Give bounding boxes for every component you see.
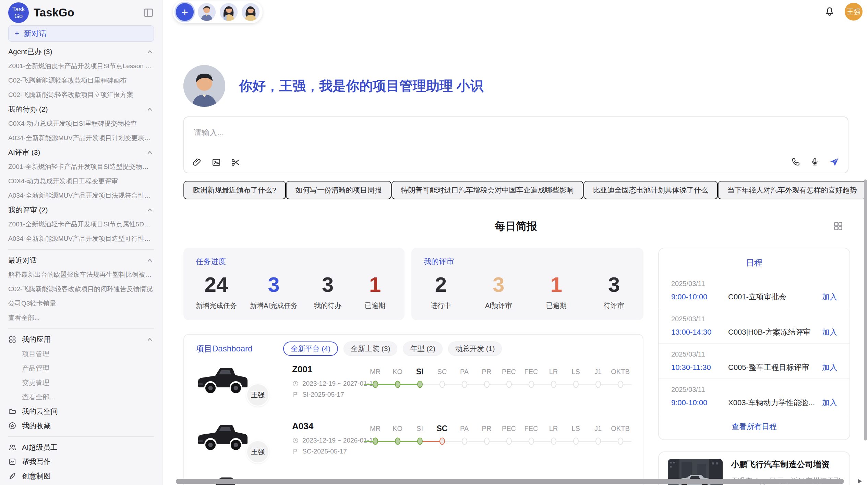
suggestion-chip[interactable]: 特朗普可能对进口汽车增税会对中国车企造成哪些影响: [391, 181, 583, 199]
insert-image-button[interactable]: [212, 158, 221, 167]
project-owner-badge: 王强: [246, 440, 269, 463]
recent-view-all[interactable]: 查看全部...: [8, 311, 154, 325]
project-row[interactable]: 王强 A034 2023-12-19 ~ 2026-01-19 SC-2025-…: [194, 419, 632, 476]
divider: [8, 249, 154, 250]
user-avatar[interactable]: 王强: [845, 3, 863, 21]
sidebar-section-ai-review[interactable]: AI评审 (3): [8, 145, 154, 160]
suggestion-chip[interactable]: 如何写一份清晰的项目周报: [286, 181, 391, 199]
vertical-scrollbar[interactable]: [864, 179, 867, 440]
sidebar-item[interactable]: Z001-全新燃油皮卡产品开发项目SI节点Lesson Learn报告: [8, 59, 154, 73]
sidebar-section-agent-done[interactable]: Agent已办 (3): [8, 45, 154, 59]
milestone-si: SI: [409, 423, 431, 448]
stat-value: 1: [369, 272, 381, 297]
new-chat-button[interactable]: + 新对话: [8, 25, 154, 42]
view-all-schedule-link[interactable]: 查看所有日程: [659, 422, 849, 432]
sidebar-item-label: 创意制图: [22, 471, 51, 481]
milestone-mr: MR: [364, 423, 386, 448]
app-item-product-mgmt[interactable]: 产品管理: [8, 361, 154, 375]
session-avatar-3[interactable]: [242, 3, 260, 21]
sidebar-item[interactable]: C0X4-动力总成开发项目SI里程碑提交物检查: [8, 116, 154, 131]
milestone-node-row: [475, 435, 498, 448]
schedule-event-title: C001-立项审批会: [728, 292, 822, 302]
composer-left-tools: [192, 158, 240, 167]
scissors-icon: [231, 158, 240, 167]
view-all-label: 查看全部...: [8, 313, 40, 322]
notifications-button[interactable]: [824, 6, 835, 17]
join-link[interactable]: 加入: [822, 398, 837, 408]
schedule-entry[interactable]: 2025/03/11 9:00-10:00 C001-立项审批会 加入: [659, 273, 849, 308]
sidebar-item[interactable]: C0X4-动力总成开发项目工程变更评审: [8, 174, 154, 188]
chevron-up-icon[interactable]: [146, 148, 154, 157]
sidebar-item[interactable]: Z001-全新燃油轻卡产品开发项目SI节点属性5D文件评审: [8, 217, 154, 232]
schedule-entry[interactable]: 2025/03/11 9:00-10:00 X003-车辆动力学性能验... 加…: [659, 379, 849, 414]
suggestion-chip[interactable]: 欧洲新规最近颁布了什么?: [183, 181, 286, 199]
schedule-entry[interactable]: 2025/03/11 13:00-14:30 C003|H0B-方案冻结评审 加…: [659, 308, 849, 344]
tab-all-new-platform[interactable]: 全新平台 (4): [283, 341, 338, 356]
avatar-illustration: [220, 3, 238, 21]
sidebar-section-recent-chats[interactable]: 最近对话: [8, 253, 154, 268]
sidebar-item-favorites[interactable]: 我的收藏: [8, 419, 154, 433]
tab-model-year[interactable]: 年型 (2): [403, 341, 443, 356]
chevron-up-icon[interactable]: [146, 206, 154, 214]
feather-icon: [8, 472, 16, 480]
recent-chat-item[interactable]: 解释最新出台的欧盟报废车法规再生塑料比例被调至15%...: [8, 268, 154, 282]
chat-input-card[interactable]: 请输入...: [183, 116, 848, 173]
scroll-right-arrow[interactable]: [858, 479, 862, 484]
news-title: 小鹏飞行汽车制造公司增资: [731, 459, 841, 470]
sidebar-item[interactable]: A034-全新新能源MUV产品开发项目计划变更表编写: [8, 131, 154, 145]
sidebar-item[interactable]: C02-飞腾新能源轻客改款项目立项汇报方案: [8, 88, 154, 102]
voice-call-button[interactable]: [791, 157, 800, 167]
sidebar-collapse-button[interactable]: [143, 7, 154, 18]
divider: [8, 436, 154, 437]
session-avatar-1[interactable]: [198, 3, 216, 21]
milestone-node: [373, 381, 378, 388]
milestone-node: [551, 438, 556, 445]
sidebar-section-my-apps[interactable]: 我的应用: [8, 332, 154, 347]
daily-briefing-title: 每日简报: [183, 219, 848, 234]
chevron-up-icon[interactable]: [146, 48, 154, 56]
sidebar-item-creative-drawing[interactable]: 创意制图: [8, 469, 154, 483]
owner-name: 王强: [251, 447, 265, 457]
recent-chat-item[interactable]: C02-飞腾新能源轻客改款项目的闭环通告反馈情况: [8, 282, 154, 296]
join-link[interactable]: 加入: [822, 327, 837, 337]
milestone-node-row: [587, 378, 609, 391]
sidebar-section-my-todo[interactable]: 我的待办 (2): [8, 102, 154, 116]
milestone-node: [462, 381, 467, 388]
join-link[interactable]: 加入: [822, 292, 837, 302]
sidebar-item-help-me-write[interactable]: 帮我写作: [8, 455, 154, 469]
project-row[interactable]: 王强 Z001 2023-12-19 ~ 2027-01-19 SI-2025-…: [194, 362, 632, 419]
sidebar-item[interactable]: Z001-全新燃油轻卡产品开发项目SI造型提交物评审: [8, 160, 154, 174]
apps-view-all[interactable]: 查看全部...: [8, 390, 154, 404]
app-item-project-mgmt[interactable]: 项目管理: [8, 347, 154, 361]
milestone-node-row: [364, 435, 386, 448]
chevron-up-icon[interactable]: [146, 256, 154, 264]
milestone-node: [595, 381, 601, 388]
sidebar-item[interactable]: A034-全新新能源MUV产品开发项目造型可行性评审: [8, 232, 154, 246]
recent-chat-item[interactable]: 公司Q3轻卡销量: [8, 296, 154, 311]
sidebar-item-cloud-space[interactable]: 我的云空间: [8, 404, 154, 419]
sidebar-item-ai-super-staff[interactable]: AI超级员工: [8, 440, 154, 455]
microphone-button[interactable]: [810, 157, 820, 167]
app-item-change-mgmt[interactable]: 变更管理: [8, 375, 154, 390]
join-link[interactable]: 加入: [822, 362, 837, 373]
sidebar-item[interactable]: A034-全新新能源MUV产品开发项目法规符合性评审: [8, 188, 154, 203]
add-session-button[interactable]: +: [176, 3, 194, 21]
briefing-layout-button[interactable]: [833, 221, 843, 231]
chevron-up-icon[interactable]: [146, 335, 154, 344]
stat-value: 24: [205, 272, 228, 297]
sidebar-section-my-review[interactable]: 我的评审 (2): [8, 203, 154, 217]
attach-file-button[interactable]: [192, 158, 202, 167]
app-item-label: 产品管理: [22, 364, 49, 373]
screenshot-button[interactable]: [231, 158, 240, 167]
suggestion-chip[interactable]: 当下年轻人对汽车外观有怎样的喜好趋势: [718, 181, 867, 199]
suggestion-chip[interactable]: 比亚迪全固态电池计划具体说了什么: [583, 181, 718, 199]
tab-powertrain-dev[interactable]: 动总开发 (1): [448, 341, 502, 356]
send-button[interactable]: [829, 157, 840, 167]
tab-all-new-body[interactable]: 全新上装 (3): [343, 341, 398, 356]
horizontal-scrollbar[interactable]: [176, 479, 844, 484]
chevron-up-icon[interactable]: [146, 105, 154, 113]
sidebar-item[interactable]: C02-飞腾新能源轻客改款项目里程碑画布: [8, 73, 154, 88]
session-avatar-2[interactable]: [220, 3, 238, 21]
milestone-node: [373, 438, 378, 445]
schedule-entry[interactable]: 2025/03/11 10:30-11:30 C005-整车工程目标评审 加入: [659, 344, 849, 379]
